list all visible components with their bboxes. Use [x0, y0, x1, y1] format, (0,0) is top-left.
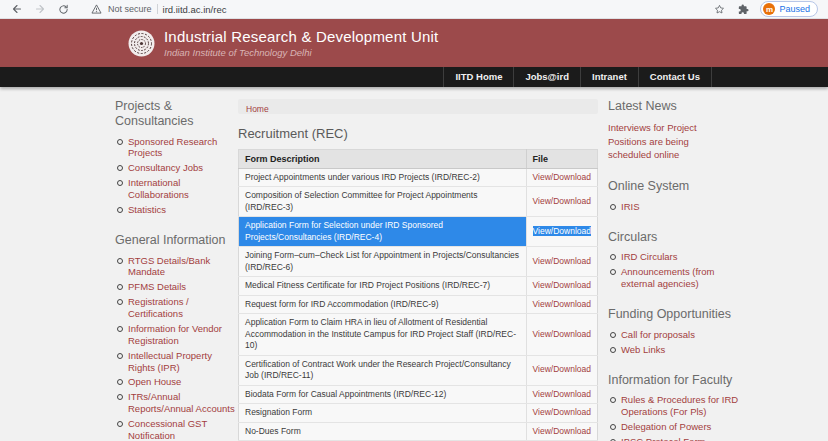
warning-icon [89, 2, 103, 16]
file-cell: View/Download [526, 295, 597, 313]
view-download-link[interactable]: View/Download [533, 226, 591, 236]
sidebar-link[interactable]: Concessional GST Notification [115, 418, 235, 441]
reload-icon[interactable] [56, 2, 70, 16]
form-description: Joining Form–cum–Check List for Appointm… [239, 247, 527, 277]
form-description: Medical Fitness Certificate for IRD Proj… [239, 277, 527, 295]
sidebar-link[interactable]: IBSC Protocol Form [608, 436, 740, 441]
sidebar-link[interactable]: Consultancy Jobs [115, 162, 235, 174]
sidebar-section: General InformationRTGS Details/Bank Man… [115, 233, 235, 441]
form-description: Resignation Form [239, 404, 527, 422]
form-description: Certification of Contract Work under the… [239, 355, 527, 385]
breadcrumb-home-link[interactable]: Home [246, 104, 269, 114]
form-description: Composition of Selection Committee for P… [239, 187, 527, 217]
file-cell: View/Download [526, 169, 597, 187]
sidebar-list: Sponsored Research ProjectsConsultancy J… [115, 136, 235, 216]
sidebar-section-title: Circulars [608, 230, 740, 245]
site-security[interactable]: Not secure ird.iitd.ac.in/rec [89, 2, 226, 16]
sidebar-link[interactable]: PFMS Details [115, 281, 235, 293]
sidebar-section-title: Information for Faculty [608, 373, 740, 388]
extensions-icon[interactable] [736, 2, 750, 16]
nav-item-jobs-ird[interactable]: Jobs@ird [514, 67, 581, 87]
breadcrumb: Home [238, 99, 598, 114]
sidebar-list: Call for proposalsWeb Links [608, 329, 740, 356]
file-cell: View/Download [526, 385, 597, 403]
forward-icon[interactable] [33, 2, 47, 16]
sidebar-link[interactable]: Intellectual Property Rights (IPR) [115, 350, 235, 374]
sidebar-link[interactable]: International Collaborations [115, 177, 235, 201]
sidebar-list: RTGS Details/Bank MandatePFMS DetailsReg… [115, 255, 235, 441]
omnibox-separator [157, 4, 158, 14]
sidebar-section-title: Projects & Consultancies [115, 99, 235, 129]
view-download-link[interactable]: View/Download [533, 364, 591, 374]
file-cell: View/Download [526, 187, 597, 217]
nav-menu: IITD HomeJobs@irdIntranetContact Us [443, 67, 712, 87]
file-cell: View/Download [526, 314, 597, 355]
site-subtitle: Indian Institute of Technology Delhi [164, 47, 438, 58]
forms-table: Form Description File Project Appointmen… [238, 149, 598, 441]
sidebar-list: IRD CircularsAnnouncements (from externa… [608, 251, 740, 290]
right-sidebar: Latest NewsInterviews for Project Positi… [608, 87, 740, 441]
sidebar-link[interactable]: Statistics [115, 204, 235, 216]
sidebar-link[interactable]: Information for Vendor Registration [115, 323, 235, 347]
sidebar-section: CircularsIRD CircularsAnnouncements (fro… [608, 230, 740, 290]
view-download-link[interactable]: View/Download [533, 407, 591, 417]
sidebar-section-title: Latest News [608, 99, 740, 114]
sidebar-link[interactable]: Open House [115, 376, 235, 388]
table-header-row: Form Description File [239, 150, 598, 169]
sidebar-link[interactable]: ITRs/Annual Reports/Annual Accounts [115, 391, 235, 415]
file-cell: View/Download [526, 422, 597, 440]
sidebar-link[interactable]: Call for proposals [608, 329, 740, 341]
nav-item-intranet[interactable]: Intranet [581, 67, 639, 87]
file-cell: View/Download [526, 247, 597, 277]
sidebar-section: Information for FacultyRules & Procedure… [608, 373, 740, 441]
sidebar-link[interactable]: IRD Circulars [608, 251, 740, 263]
sidebar-link[interactable]: Sponsored Research Projects [115, 136, 235, 160]
view-download-link[interactable]: View/Download [533, 256, 591, 266]
view-download-link[interactable]: View/Download [533, 426, 591, 436]
browser-toolbar: Not secure ird.iitd.ac.in/rec m Paused [0, 0, 828, 19]
view-download-link[interactable]: View/Download [533, 280, 591, 290]
sidebar-link[interactable]: Delegation of Powers [608, 421, 740, 433]
table-row: Application Form to Claim HRA in lieu of… [239, 314, 598, 355]
sidebar-link[interactable]: Announcements (from external agencies) [608, 266, 740, 290]
sidebar-section: Funding OpportunitiesCall for proposalsW… [608, 307, 740, 356]
column-header-file: File [526, 150, 597, 169]
view-download-link[interactable]: View/Download [533, 196, 591, 206]
sidebar-link[interactable]: Registrations / Certifications [115, 296, 235, 320]
sidebar-section: Projects & ConsultanciesSponsored Resear… [115, 99, 235, 216]
form-description: Application Form for Selection under IRD… [239, 217, 527, 247]
sidebar-link[interactable]: Web Links [608, 344, 740, 356]
table-row: Biodata Form for Casual Appointments (IR… [239, 385, 598, 403]
file-cell: View/Download [526, 277, 597, 295]
view-download-link[interactable]: View/Download [533, 329, 591, 339]
security-label: Not secure [108, 4, 152, 14]
site-nav: IITD HomeJobs@irdIntranetContact Us [0, 67, 828, 87]
sync-paused-label: Paused [779, 4, 810, 14]
view-download-link[interactable]: View/Download [533, 172, 591, 182]
table-row: Resignation FormView/Download [239, 404, 598, 422]
sidebar-list: IRIS [608, 201, 740, 213]
nav-item-contact-us[interactable]: Contact Us [639, 67, 712, 87]
view-download-link[interactable]: View/Download [533, 299, 591, 309]
profile-sync-paused-button[interactable]: m Paused [760, 1, 818, 17]
sidebar-section: Online SystemIRIS [608, 179, 740, 213]
forms-table-body: Project Appointments under various IRD P… [239, 169, 598, 441]
file-cell: View/Download [526, 404, 597, 422]
back-icon[interactable] [10, 2, 24, 16]
sidebar-link[interactable]: RTGS Details/Bank Mandate [115, 255, 235, 279]
bookmark-star-icon[interactable] [712, 2, 726, 16]
sidebar-link[interactable]: IRIS [608, 201, 740, 213]
sidebar-list: Rules & Procedures for IRD Operations (F… [608, 394, 740, 441]
site-header: Industrial Research & Development Unit I… [0, 19, 828, 67]
view-download-link[interactable]: View/Download [533, 389, 591, 399]
table-row: Joining Form–cum–Check List for Appointm… [239, 247, 598, 277]
news-text-link[interactable]: Interviews for Project Positions are bei… [608, 121, 712, 162]
main-column: Home Recruitment (REC) Form Description … [238, 87, 598, 441]
url-field[interactable]: ird.iitd.ac.in/rec [163, 4, 227, 15]
site-title: Industrial Research & Development Unit [164, 28, 438, 45]
sidebar-link[interactable]: Rules & Procedures for IRD Operations (F… [608, 394, 740, 418]
table-row: Composition of Selection Committee for P… [239, 187, 598, 217]
form-description: Application Form to Claim HRA in lieu of… [239, 314, 527, 355]
column-header-form-description: Form Description [239, 150, 527, 169]
nav-item-iitd-home[interactable]: IITD Home [444, 67, 514, 87]
